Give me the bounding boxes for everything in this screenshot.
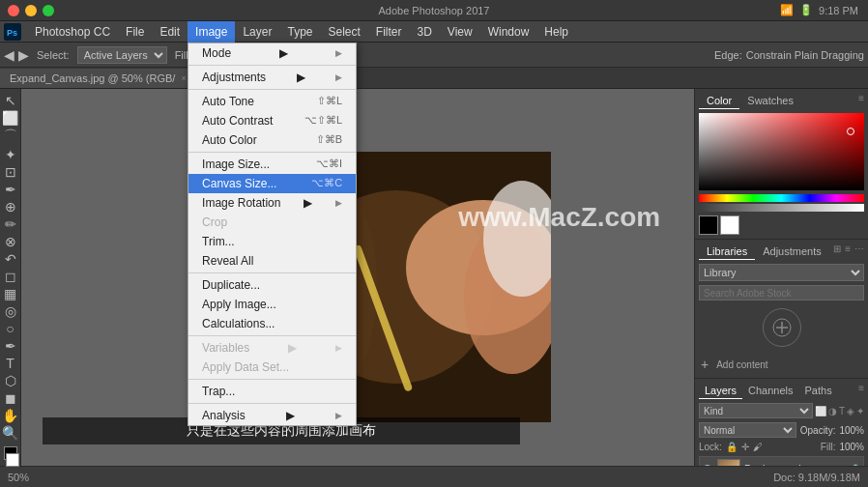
menu-file[interactable]: File <box>118 21 152 43</box>
canvas-size-label: Canvas Size... <box>202 177 276 190</box>
menu-view[interactable]: View <box>440 21 480 43</box>
minimize-button[interactable] <box>25 5 37 16</box>
image-rotation-label: Image Rotation <box>202 196 280 210</box>
menu-reveal-all[interactable]: Reveal All <box>188 251 356 271</box>
menu-duplicate[interactable]: Duplicate... <box>188 275 356 295</box>
type-tool[interactable]: T <box>1 356 20 371</box>
tab-layers[interactable]: Layers <box>699 383 742 399</box>
menu-adjustments[interactable]: Adjustments ▶ <box>188 68 356 87</box>
libraries-menu[interactable]: ⋯ <box>854 244 864 260</box>
art-lock-icon[interactable]: 🖌 <box>753 442 763 452</box>
kind-filter[interactable]: Kind <box>699 403 813 418</box>
tab-libraries[interactable]: Libraries <box>699 244 755 260</box>
menu-photoshop[interactable]: Photoshop CC <box>27 21 118 43</box>
foreground-swatch[interactable] <box>699 215 718 235</box>
left-toolbar: ↖ ⬜ ⌒ ✦ ⊡ ✒ ⊕ ✏ ⊗ ↶ ◻ ▦ ◎ ○ ✒ T ⬡ ◼ ✋ 🔍 <box>0 89 21 466</box>
sep1 <box>188 65 356 66</box>
close-button[interactable] <box>8 5 19 16</box>
grid-icon[interactable]: ⊞ <box>833 244 841 260</box>
color-panel-menu[interactable]: ≡ <box>858 93 864 109</box>
menu-edit[interactable]: Edit <box>152 21 188 43</box>
lasso-tool[interactable]: ⌒ <box>1 128 20 145</box>
menu-select[interactable]: Select <box>320 21 367 43</box>
color-picker[interactable] <box>699 113 864 190</box>
background-swatch[interactable] <box>720 215 739 235</box>
active-tab[interactable]: Expand_Canvas.jpg @ 50% (RGB/ × <box>0 69 197 88</box>
menu-trap[interactable]: Trap... <box>188 382 356 401</box>
menu-mode[interactable]: Mode ▶ <box>188 43 356 63</box>
forward-btn[interactable]: ▶ <box>18 47 29 63</box>
list-icon[interactable]: ≡ <box>845 244 851 260</box>
smart-filter-icon[interactable]: ✦ <box>856 406 864 416</box>
background-layer[interactable]: 👁 Background 🔒 <box>699 456 864 466</box>
stock-search-input[interactable] <box>699 285 864 301</box>
tab-channels[interactable]: Channels <box>742 383 798 399</box>
magic-wand-tool[interactable]: ✦ <box>1 147 20 162</box>
analysis-arrow: ▶ <box>286 409 295 422</box>
tab-paths[interactable]: Paths <box>799 383 838 399</box>
shape-tool[interactable]: ◼ <box>1 390 20 406</box>
hand-tool[interactable]: ✋ <box>1 408 20 423</box>
menu-help[interactable]: Help <box>536 21 576 43</box>
layer-visibility-icon[interactable]: 👁 <box>702 462 713 466</box>
shape-filter-icon[interactable]: ◈ <box>847 406 854 416</box>
clone-tool[interactable]: ⊗ <box>1 234 20 249</box>
menu-apply-image[interactable]: Apply Image... <box>188 295 356 314</box>
layers-menu[interactable]: ≡ <box>858 383 864 399</box>
brush-tool[interactable]: ✏ <box>1 216 20 232</box>
menu-image-wrapper: Image Mode ▶ Adjustments ▶ Auto Tone ⇧⌘L… <box>188 21 235 43</box>
back-btn[interactable]: ◀ <box>4 47 14 63</box>
gradient-tool[interactable]: ▦ <box>1 286 20 301</box>
menu-analysis[interactable]: Analysis ▶ <box>188 406 356 425</box>
menu-auto-tone[interactable]: Auto Tone ⇧⌘L <box>188 92 356 111</box>
libraries-tabs: Libraries Adjustments ⊞ ≡ ⋯ <box>699 244 864 260</box>
sep6 <box>188 379 356 380</box>
pen-tool[interactable]: ✒ <box>1 338 20 354</box>
blur-tool[interactable]: ◎ <box>1 303 20 319</box>
menu-filter[interactable]: Filter <box>368 21 410 43</box>
window-controls[interactable] <box>0 5 54 16</box>
menu-layer[interactable]: Layer <box>235 21 279 43</box>
type-filter-icon[interactable]: T <box>839 406 845 416</box>
move-lock-icon[interactable]: ✛ <box>741 442 749 452</box>
auto-color-label: Auto Color <box>202 133 257 147</box>
select-dropdown[interactable]: Active Layers <box>77 46 167 64</box>
menu-auto-color[interactable]: Auto Color ⇧⌘B <box>188 130 356 150</box>
history-tool[interactable]: ↶ <box>1 251 20 267</box>
crop-label: Crop <box>202 215 227 229</box>
dodge-tool[interactable]: ○ <box>1 321 20 336</box>
menu-image-rotation[interactable]: Image Rotation ▶ <box>188 193 356 213</box>
add-plus-icon[interactable]: + <box>701 357 709 372</box>
maximize-button[interactable] <box>43 5 54 16</box>
tab-swatches[interactable]: Swatches <box>739 93 801 109</box>
lock-icon[interactable]: 🔒 <box>726 442 738 452</box>
move-tool[interactable]: ↖ <box>1 93 20 108</box>
tab-adjustments[interactable]: Adjustments <box>755 244 829 260</box>
tab-color[interactable]: Color <box>699 93 739 109</box>
menu-image[interactable]: Image <box>188 21 235 43</box>
menu-window[interactable]: Window <box>480 21 537 43</box>
layer-thumbnail <box>717 459 740 466</box>
menu-trim[interactable]: Trim... <box>188 232 356 251</box>
adjustment-filter-icon[interactable]: ◑ <box>828 406 837 416</box>
library-select[interactable]: Library <box>699 264 864 281</box>
menu-calculations[interactable]: Calculations... <box>188 314 356 333</box>
menu-image-size[interactable]: Image Size... ⌥⌘I <box>188 155 356 174</box>
menu-canvas-size[interactable]: Canvas Size... ⌥⌘C <box>188 174 356 193</box>
heal-tool[interactable]: ⊕ <box>1 199 20 215</box>
marquee-tool[interactable]: ⬜ <box>1 110 20 126</box>
menu-3d[interactable]: 3D <box>410 21 440 43</box>
menu-auto-contrast[interactable]: Auto Contrast ⌥⇧⌘L <box>188 111 356 130</box>
crop-tool[interactable]: ⊡ <box>1 164 20 180</box>
eyedropper-tool[interactable]: ✒ <box>1 182 20 197</box>
menu-type[interactable]: Type <box>279 21 320 43</box>
eraser-tool[interactable]: ◻ <box>1 269 20 284</box>
hue-bar[interactable] <box>699 194 864 202</box>
path-tool[interactable]: ⬡ <box>1 373 20 388</box>
alpha-bar[interactable] <box>699 204 864 212</box>
blend-mode-select[interactable]: Normal <box>699 422 796 438</box>
tab-close-button[interactable]: × <box>181 73 186 83</box>
add-library-label[interactable]: Add content <box>716 359 767 370</box>
pixel-filter-icon[interactable]: ⬜ <box>815 406 826 416</box>
zoom-tool[interactable]: 🔍 <box>1 425 20 441</box>
